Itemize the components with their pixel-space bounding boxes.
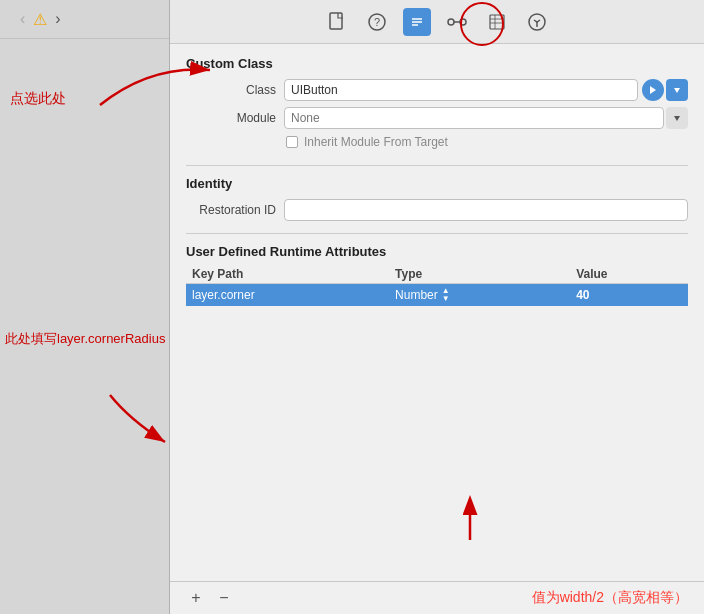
back-arrow-icon[interactable]: ‹ [16, 8, 29, 30]
sidebar-nav: ‹ ⚠ › [0, 0, 169, 39]
class-go-button[interactable] [642, 79, 664, 101]
identity-inspector-icon[interactable] [403, 8, 431, 36]
quick-help-icon[interactable] [523, 8, 551, 36]
nav-arrows: ‹ ⚠ › [16, 8, 65, 30]
attributes-section: User Defined Runtime Attributes Key Path… [186, 244, 688, 306]
restoration-id-input[interactable] [284, 199, 688, 221]
bottom-toolbar: + − 值为width/2（高宽相等） [170, 581, 704, 614]
restoration-id-row: Restoration ID [186, 199, 688, 221]
module-dropdown-button[interactable] [666, 107, 688, 129]
restoration-id-label: Restoration ID [186, 203, 276, 217]
type-cell: Number ▲ ▼ [389, 284, 570, 307]
restoration-id-wrapper [284, 199, 688, 221]
type-value: Number [395, 288, 438, 302]
svg-point-9 [448, 19, 454, 25]
type-column-header: Type [389, 265, 570, 284]
inherit-module-checkbox[interactable] [286, 136, 298, 148]
attributes-title: User Defined Runtime Attributes [186, 244, 688, 259]
arrow-top [90, 55, 220, 119]
connections-icon[interactable] [443, 8, 471, 36]
main-container: ‹ ⚠ › 点选此处 此处填写layer.cornerRadius [0, 0, 704, 614]
svg-marker-19 [674, 88, 680, 93]
svg-marker-20 [674, 116, 680, 121]
inherit-module-label: Inherit Module From Target [304, 135, 448, 149]
attributes-header-row: Key Path Type Value [186, 265, 688, 284]
annotation-top-text: 点选此处 [10, 90, 66, 108]
size-inspector-icon[interactable] [483, 8, 511, 36]
custom-class-title: Custom Class [186, 56, 688, 71]
module-input[interactable] [284, 107, 664, 129]
class-input[interactable] [284, 79, 638, 101]
content-area: Custom Class Class Module [170, 44, 704, 581]
module-row: Module [186, 107, 688, 129]
value-annotation-text: 值为width/2（高宽相等） [532, 589, 688, 607]
arrow-bottom [100, 390, 180, 454]
toolbar-icons-row: ? [323, 8, 551, 36]
add-attribute-button[interactable]: + [186, 588, 206, 608]
toolbar: ? [170, 0, 704, 44]
file-icon[interactable] [323, 8, 351, 36]
remove-attribute-button[interactable]: − [214, 588, 234, 608]
value-cell: 40 [570, 284, 688, 307]
identity-section: Identity Restoration ID [186, 176, 688, 221]
svg-marker-18 [650, 86, 656, 94]
svg-rect-12 [490, 15, 504, 29]
value-column-header: Value [570, 265, 688, 284]
key-path-column-header: Key Path [186, 265, 389, 284]
attributes-table-body: layer.corner Number ▲ ▼ 40 [186, 284, 688, 307]
sidebar: ‹ ⚠ › 点选此处 此处填写layer.cornerRadius [0, 0, 170, 614]
annotation-bottom-text: 此处填写layer.cornerRadius [5, 330, 165, 348]
class-row: Class [186, 79, 688, 101]
type-stepper[interactable]: ▲ ▼ [442, 287, 450, 303]
identity-title: Identity [186, 176, 688, 191]
svg-text:?: ? [374, 16, 380, 28]
forward-arrow-icon[interactable]: › [51, 8, 64, 30]
divider-2 [186, 233, 688, 234]
warning-icon: ⚠ [33, 10, 47, 29]
right-panel: ? [170, 0, 704, 614]
help-icon[interactable]: ? [363, 8, 391, 36]
module-input-wrapper [284, 107, 688, 129]
type-cell-inner: Number ▲ ▼ [395, 287, 564, 303]
stepper-down-icon[interactable]: ▼ [442, 295, 450, 303]
key-path-cell: layer.corner [186, 284, 389, 307]
inherit-module-row: Inherit Module From Target [286, 135, 688, 149]
custom-class-section: Custom Class Class Module [186, 56, 688, 149]
table-row[interactable]: layer.corner Number ▲ ▼ 40 [186, 284, 688, 307]
attributes-table-head: Key Path Type Value [186, 265, 688, 284]
divider-1 [186, 165, 688, 166]
attributes-table: Key Path Type Value layer.corner Number [186, 265, 688, 306]
svg-rect-2 [330, 13, 342, 29]
svg-point-10 [460, 19, 466, 25]
class-dropdown-button[interactable] [666, 79, 688, 101]
class-input-wrapper [284, 79, 688, 101]
